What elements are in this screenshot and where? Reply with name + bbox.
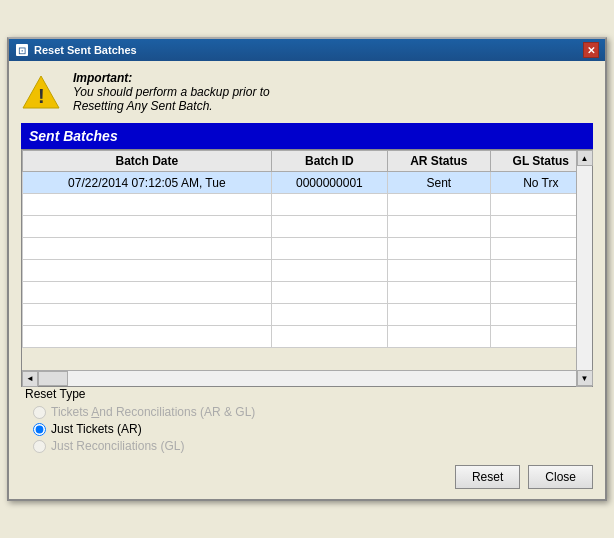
table-row[interactable] (23, 326, 592, 348)
table-wrapper: Batch Date Batch ID AR Status GL Status … (22, 150, 592, 370)
table-cell (23, 304, 272, 326)
table-cell (388, 194, 491, 216)
warning-important: Important: (73, 71, 270, 85)
table-cell (23, 238, 272, 260)
title-bar: ⊡ Reset Sent Batches ✕ (9, 39, 605, 61)
warning-icon: ! (21, 72, 61, 112)
svg-text:⊡: ⊡ (18, 45, 26, 56)
table-cell (271, 238, 387, 260)
label-just-reconciliations: Just Reconciliations (GL) (51, 439, 184, 453)
table-row[interactable] (23, 238, 592, 260)
table-scroll-area: Batch Date Batch ID AR Status GL Status … (21, 149, 593, 387)
table-cell: 07/22/2014 07:12:05 AM, Tue (23, 172, 272, 194)
table-cell (271, 326, 387, 348)
warning-message: You should perform a backup prior toRese… (73, 85, 270, 113)
table-cell (271, 216, 387, 238)
reset-type-section: Reset Type Tickets And Reconciliations (… (21, 387, 593, 453)
window-content: ! Important: You should perform a backup… (9, 61, 605, 499)
close-button[interactable]: ✕ (583, 42, 599, 58)
main-window: ⊡ Reset Sent Batches ✕ ! Important: You … (7, 37, 607, 501)
title-bar-left: ⊡ Reset Sent Batches (15, 43, 137, 57)
horizontal-scrollbar[interactable]: ◄ ► (22, 370, 592, 386)
col-ar-status: AR Status (388, 151, 491, 172)
table-row[interactable] (23, 216, 592, 238)
col-batch-date: Batch Date (23, 151, 272, 172)
section-header: Sent Batches (21, 123, 593, 149)
table-row[interactable] (23, 260, 592, 282)
warning-text: Important: You should perform a backup p… (73, 71, 270, 113)
table-cell (271, 304, 387, 326)
table-row[interactable] (23, 282, 592, 304)
close-button-footer[interactable]: Close (528, 465, 593, 489)
table-cell (23, 194, 272, 216)
table-cell: 0000000001 (271, 172, 387, 194)
table-cell (23, 260, 272, 282)
table-cell (388, 304, 491, 326)
scroll-down-button[interactable]: ▼ (577, 370, 593, 386)
label-tickets-reconciliations: Tickets And Reconciliations (AR & GL) (51, 405, 255, 419)
radio-tickets-reconciliations[interactable] (33, 406, 46, 419)
table-cell (388, 260, 491, 282)
window-title: Reset Sent Batches (34, 44, 137, 56)
scroll-up-button[interactable]: ▲ (577, 150, 593, 166)
batches-table: Batch Date Batch ID AR Status GL Status … (22, 150, 592, 348)
radio-option-just-reconciliations: Just Reconciliations (GL) (25, 439, 593, 453)
table-cell (271, 260, 387, 282)
table-cell (23, 282, 272, 304)
radio-just-tickets[interactable] (33, 423, 46, 436)
label-just-tickets: Just Tickets (AR) (51, 422, 142, 436)
reset-type-label: Reset Type (25, 387, 593, 401)
radio-option-tickets-reconciliations: Tickets And Reconciliations (AR & GL) (25, 405, 593, 419)
table-cell (271, 194, 387, 216)
warning-box: ! Important: You should perform a backup… (21, 71, 593, 113)
vertical-scrollbar[interactable]: ▲ ▼ (576, 150, 592, 386)
radio-just-reconciliations[interactable] (33, 440, 46, 453)
table-row[interactable]: 07/22/2014 07:12:05 AM, Tue0000000001Sen… (23, 172, 592, 194)
table-row[interactable] (23, 304, 592, 326)
scroll-left-button[interactable]: ◄ (22, 371, 38, 387)
reset-button[interactable]: Reset (455, 465, 520, 489)
table-row[interactable] (23, 194, 592, 216)
svg-text:!: ! (38, 85, 45, 107)
table-cell (388, 282, 491, 304)
table-cell (23, 216, 272, 238)
scroll-h-track (38, 371, 576, 386)
table-cell (388, 238, 491, 260)
app-icon: ⊡ (15, 43, 29, 57)
radio-option-just-tickets: Just Tickets (AR) (25, 422, 593, 436)
col-batch-id: Batch ID (271, 151, 387, 172)
table-cell (23, 326, 272, 348)
footer-buttons: Reset Close (21, 465, 593, 489)
table-cell (388, 326, 491, 348)
table-cell (271, 282, 387, 304)
table-cell (388, 216, 491, 238)
table-cell: Sent (388, 172, 491, 194)
